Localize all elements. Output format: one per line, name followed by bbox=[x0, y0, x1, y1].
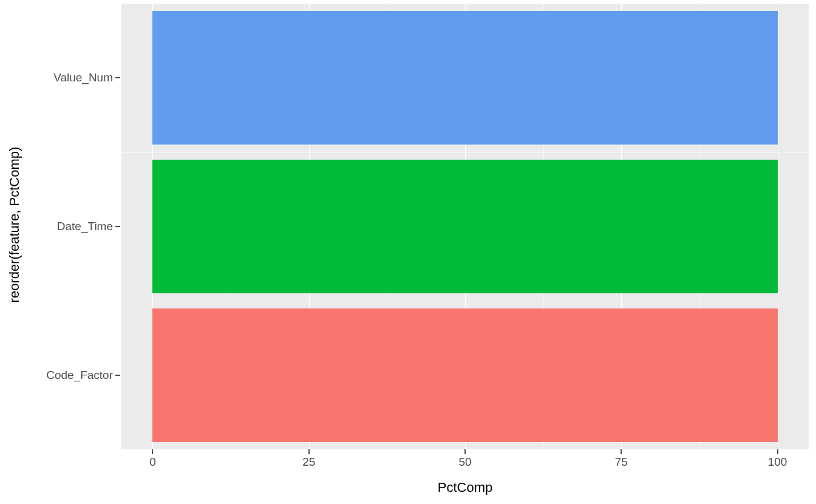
y-tick-label: Value_Num bbox=[53, 71, 113, 84]
x-tick-label: 100 bbox=[768, 455, 787, 469]
x-tick-mark bbox=[308, 449, 310, 454]
plot-panel bbox=[121, 4, 809, 449]
y-tick-labels: Value_NumDate_TimeCode_Factor bbox=[24, 0, 121, 449]
x-tick-mark bbox=[620, 449, 622, 454]
y-axis-title-text: reorder(feature, PctComp) bbox=[7, 147, 22, 303]
y-axis-title: reorder(feature, PctComp) bbox=[5, 0, 24, 449]
x-tick-mark bbox=[777, 449, 778, 454]
bar-value-num bbox=[152, 11, 777, 145]
x-tick-label: 75 bbox=[615, 455, 628, 469]
x-tick-mark bbox=[152, 449, 153, 454]
x-tick-label: 0 bbox=[149, 455, 156, 469]
x-tick-label: 50 bbox=[458, 455, 471, 469]
x-tick-mark bbox=[464, 449, 466, 454]
bar-code-factor bbox=[152, 308, 777, 442]
grid-v-major bbox=[778, 4, 778, 449]
bar-date-time bbox=[152, 160, 777, 293]
y-tick-label: Date_Time bbox=[57, 220, 113, 233]
x-axis-title: PctComp bbox=[121, 480, 809, 495]
x-tick-label: 25 bbox=[302, 455, 315, 469]
chart-container: reorder(feature, PctComp) Value_NumDate_… bbox=[0, 0, 816, 504]
y-tick-label: Code_Factor bbox=[46, 369, 113, 382]
